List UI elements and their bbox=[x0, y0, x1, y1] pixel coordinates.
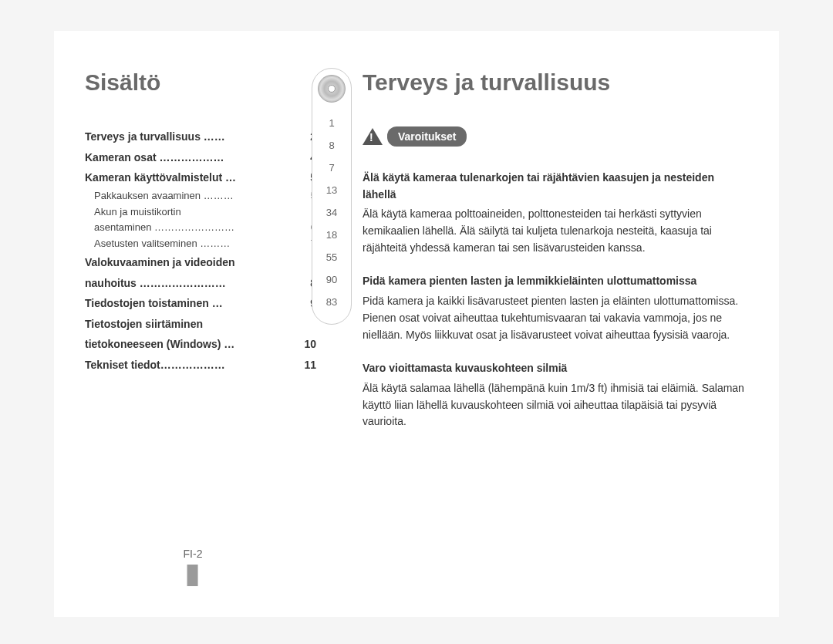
warning-heading: Pidä kamera pienten lasten ja lemmikkiel… bbox=[363, 273, 748, 290]
toc-label: Pakkauksen avaaminen ……… bbox=[94, 188, 298, 204]
toc-row: Terveys ja turvallisuus ……2 bbox=[85, 126, 316, 147]
strip-number: 1 bbox=[312, 112, 351, 134]
toc-row: tietokoneeseen (Windows) …10 bbox=[85, 334, 316, 355]
page-number: FI-2 bbox=[184, 548, 203, 586]
toc-label: Valokuvaaminen ja videoiden bbox=[85, 252, 298, 273]
toc-row: Asetusten valitseminen ………7 bbox=[85, 236, 316, 252]
page-marker-icon bbox=[187, 565, 198, 586]
toc-label: Akun ja muistikortin bbox=[94, 204, 298, 221]
strip-number: 18 bbox=[312, 224, 351, 246]
strip-number: 55 bbox=[312, 246, 351, 268]
toc-page: 11 bbox=[298, 355, 316, 376]
strip-number: 13 bbox=[312, 179, 351, 201]
warning-block: Älä käytä kameraa tulenarkojen tai räjäh… bbox=[363, 170, 748, 256]
toc-row: Tietostojen siirtäminen bbox=[85, 314, 316, 335]
toc-label: Kameran osat ……………… bbox=[85, 147, 298, 168]
warning-heading: Varo vioittamasta kuvauskohteen silmiä bbox=[363, 360, 748, 377]
toc-page bbox=[298, 314, 316, 335]
strip-number: 90 bbox=[312, 268, 351, 291]
toc-label: nauhoitus …………………… bbox=[85, 273, 298, 294]
warning-block: Varo vioittamasta kuvauskohteen silmiä Ä… bbox=[363, 360, 748, 430]
left-column: Sisältö Terveys ja turvallisuus ……2 Kame… bbox=[54, 31, 332, 617]
toc-row: Kameran käyttövalmistelut …5 bbox=[85, 167, 316, 188]
toc-row: nauhoitus ……………………8 bbox=[85, 273, 316, 294]
strip-number: 83 bbox=[312, 291, 351, 313]
toc-title: Sisältö bbox=[85, 69, 316, 96]
thumb-index-strip: 1 8 7 13 34 18 55 90 83 bbox=[312, 68, 352, 325]
warning-block: Pidä kamera pienten lasten ja lemmikkiel… bbox=[363, 273, 748, 343]
toc-row: Tekniset tiedot………………11 bbox=[85, 355, 316, 376]
cd-icon bbox=[318, 75, 346, 103]
strip-number: 34 bbox=[312, 201, 351, 224]
toc-label: Kameran käyttövalmistelut … bbox=[85, 167, 298, 188]
warning-triangle-icon bbox=[363, 128, 383, 145]
toc-row: Akun ja muistikortin bbox=[85, 204, 316, 221]
toc-page: 10 bbox=[298, 334, 316, 355]
toc-row: Kameran osat ………………4 bbox=[85, 147, 316, 168]
page: Sisältö Terveys ja turvallisuus ……2 Kame… bbox=[54, 31, 779, 617]
strip-number: 7 bbox=[312, 157, 351, 179]
warning-body: Älä käytä kameraa polttoaineiden, poltto… bbox=[363, 206, 748, 256]
toc-label: asentaminen …………………… bbox=[94, 220, 298, 236]
page-number-text: FI-2 bbox=[184, 548, 203, 560]
warning-body: Pidä kamera ja kaikki lisävarusteet pien… bbox=[363, 293, 748, 343]
warning-heading: Älä käytä kameraa tulenarkojen tai räjäh… bbox=[363, 170, 748, 203]
section-title: Terveys ja turvallisuus bbox=[363, 69, 748, 96]
toc-row: Pakkauksen avaaminen ………5 bbox=[85, 188, 316, 204]
toc-label: Tekniset tiedot……………… bbox=[85, 355, 298, 376]
toc-label: Asetusten valitseminen ……… bbox=[94, 236, 298, 252]
warning-body: Älä käytä salamaa lähellä (lähempänä kui… bbox=[363, 380, 748, 430]
toc-label: Terveys ja turvallisuus …… bbox=[85, 126, 298, 147]
toc-label: Tiedostojen toistaminen … bbox=[85, 293, 298, 314]
toc-label: tietokoneeseen (Windows) … bbox=[85, 334, 298, 355]
toc-row: Tiedostojen toistaminen …9 bbox=[85, 293, 316, 314]
toc-row: Valokuvaaminen ja videoiden bbox=[85, 252, 316, 273]
table-of-contents: Terveys ja turvallisuus ……2 Kameran osat… bbox=[85, 126, 316, 376]
warning-label: Varoitukset bbox=[387, 126, 467, 147]
warning-badge: Varoitukset bbox=[363, 126, 467, 147]
toc-row: asentaminen ……………………6 bbox=[85, 220, 316, 236]
strip-number: 8 bbox=[312, 134, 351, 157]
right-column: Terveys ja turvallisuus Varoitukset Älä … bbox=[332, 31, 779, 617]
toc-label: Tietostojen siirtäminen bbox=[85, 314, 298, 335]
